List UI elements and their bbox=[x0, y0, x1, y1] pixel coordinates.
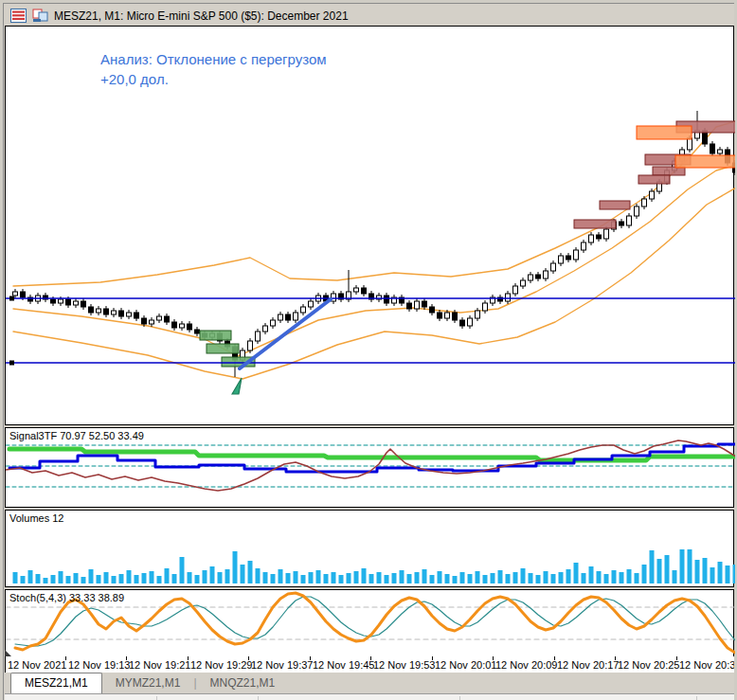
time-axis-label: 12 Nov 19:29 bbox=[190, 659, 252, 671]
hline-handle bbox=[9, 296, 14, 301]
volume-bar bbox=[453, 576, 458, 583]
buy-arrow-marker-icon bbox=[232, 378, 242, 394]
stoch-panel[interactable]: Stoch(5,4,3) 33.33 38.89 bbox=[5, 589, 734, 658]
volume-bar bbox=[104, 572, 109, 583]
red-zone-rect bbox=[600, 201, 630, 209]
volume-bar bbox=[188, 572, 192, 583]
volume-bar bbox=[36, 574, 41, 583]
volume-bar bbox=[620, 572, 624, 583]
volume-bar bbox=[13, 572, 18, 583]
list-grid-icon[interactable] bbox=[10, 9, 27, 23]
volume-bar bbox=[89, 569, 94, 583]
volume-bar bbox=[574, 563, 579, 583]
tab-mymz21-m1[interactable]: MYMZ21,M1 bbox=[102, 673, 194, 693]
volume-bar bbox=[316, 570, 321, 583]
volume-bar bbox=[127, 570, 132, 583]
volume-bar bbox=[66, 576, 71, 583]
volume-bar bbox=[97, 575, 101, 583]
volumes-label: Volumes 12 bbox=[9, 512, 63, 524]
volume-bar bbox=[369, 574, 374, 583]
volume-bar bbox=[210, 566, 215, 583]
hline-handle bbox=[9, 361, 14, 366]
bollinger-middle-band bbox=[13, 163, 735, 356]
volume-bar bbox=[642, 565, 647, 583]
time-axis-label: 12 Nov 20:25 bbox=[618, 659, 679, 671]
volume-bar bbox=[301, 575, 306, 583]
chart-windows-icon[interactable] bbox=[32, 9, 48, 23]
time-axis-label: 12 Nov 19:37 bbox=[251, 659, 313, 671]
volume-bar bbox=[119, 574, 124, 583]
status-bar-divider bbox=[156, 696, 157, 700]
volume-bar bbox=[657, 559, 662, 583]
volume-bar bbox=[392, 573, 397, 583]
chart-window: MESZ21, M1: Micro E-mini S&P 500 ($5): D… bbox=[3, 3, 734, 700]
volume-bar bbox=[256, 568, 261, 583]
status-bar bbox=[5, 693, 734, 700]
time-axis-label: 12 Nov 19:21 bbox=[129, 659, 190, 671]
volume-bar bbox=[165, 568, 170, 583]
volume-bar bbox=[172, 574, 177, 583]
tab-mesz21-m1[interactable]: MESZ21,M1 bbox=[10, 673, 102, 693]
signal3tf-panel[interactable]: Signal3TF 70.97 52.50 33.49 bbox=[5, 427, 734, 508]
status-bar-divider bbox=[258, 696, 259, 700]
time-axis[interactable]: 12 Nov 202112 Nov 19:1312 Nov 19:2112 No… bbox=[5, 656, 734, 673]
volume-bar bbox=[468, 574, 473, 583]
time-axis-label: 12 Nov 2021 bbox=[8, 659, 66, 671]
volume-bar bbox=[513, 572, 518, 583]
volume-bar bbox=[597, 571, 602, 583]
volume-bar bbox=[74, 573, 79, 583]
time-axis-label: 12 Nov 19:13 bbox=[68, 659, 130, 671]
volume-bar bbox=[627, 569, 632, 583]
volume-bar bbox=[218, 572, 223, 583]
volume-bar bbox=[544, 571, 548, 583]
volume-bar bbox=[718, 562, 723, 583]
stoch-label: Stoch(5,4,3) 33.33 38.89 bbox=[9, 592, 124, 603]
volume-bar bbox=[195, 575, 200, 583]
main-chart-panel[interactable]: Анализ: Отклонение с перегрузом +20,0 до… bbox=[5, 26, 734, 425]
volume-bar bbox=[59, 571, 63, 583]
volume-bar bbox=[688, 549, 692, 583]
time-axis-label: 12 Nov 20:33 bbox=[679, 659, 734, 671]
volume-bar bbox=[536, 575, 541, 583]
time-axis-label: 12 Nov 20:09 bbox=[495, 659, 557, 671]
symbol-tab-bar: MESZ21,M1MYMZ21,M1|MNQZ21,M1 bbox=[5, 673, 734, 693]
volumes-panel[interactable]: Volumes 12 bbox=[5, 510, 734, 587]
volume-bar bbox=[51, 575, 56, 583]
volume-bar bbox=[225, 569, 230, 583]
volume-bar bbox=[635, 573, 639, 583]
volume-bar bbox=[476, 571, 480, 583]
volume-bar bbox=[566, 569, 571, 583]
chart-shift-marker-icon bbox=[5, 650, 11, 656]
volume-bar bbox=[347, 573, 351, 583]
volume-bar bbox=[279, 569, 283, 583]
volume-bar bbox=[695, 560, 700, 583]
green-zone-rect bbox=[207, 344, 239, 353]
volume-bar bbox=[422, 569, 427, 583]
volume-bar bbox=[142, 573, 147, 583]
chart-title: MESZ21, M1: Micro E-mini S&P 500 ($5): D… bbox=[54, 9, 349, 23]
tab-mnqz21-m1[interactable]: MNQZ21,M1 bbox=[197, 673, 289, 693]
time-axis-label: 12 Nov 19:45 bbox=[313, 659, 374, 671]
volume-bar bbox=[362, 568, 367, 583]
volume-bar bbox=[673, 570, 677, 583]
volume-bar bbox=[483, 575, 488, 583]
volume-bar bbox=[385, 575, 389, 583]
volume-bar bbox=[498, 570, 503, 583]
volumes-canvas[interactable] bbox=[6, 511, 735, 584]
volume-bar bbox=[377, 572, 382, 583]
volume-bar bbox=[589, 566, 594, 583]
volume-bar bbox=[733, 565, 736, 583]
red-zone-rect bbox=[574, 220, 616, 228]
volume-bar bbox=[430, 575, 435, 583]
volume-bar bbox=[529, 573, 533, 583]
status-bar-divider bbox=[696, 696, 697, 700]
volume-bar bbox=[157, 576, 162, 583]
volume-bar bbox=[650, 550, 655, 583]
volume-bar bbox=[726, 565, 730, 583]
volume-bar bbox=[309, 572, 314, 583]
volume-bar bbox=[521, 568, 526, 583]
volume-bar bbox=[400, 570, 404, 583]
volume-bar bbox=[506, 574, 511, 583]
green-zone-rect bbox=[200, 331, 231, 340]
orange-zone-rect bbox=[675, 155, 735, 168]
